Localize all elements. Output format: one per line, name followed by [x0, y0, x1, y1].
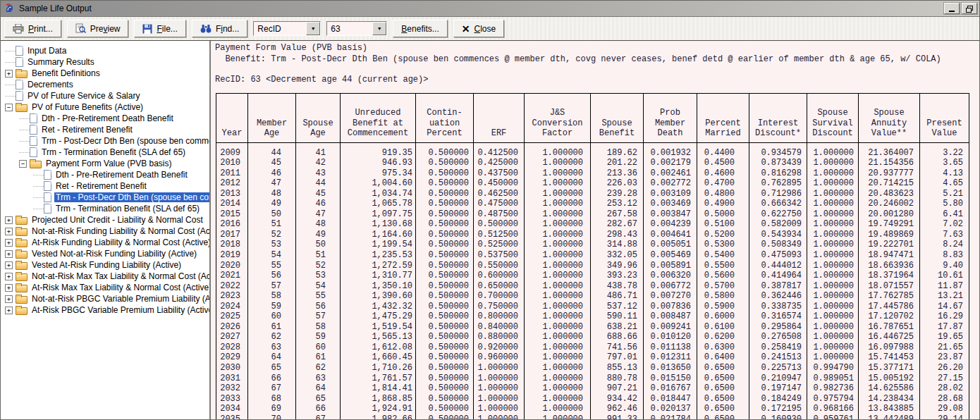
expand-icon[interactable]: +: [5, 70, 13, 78]
expand-icon[interactable]: +: [5, 261, 13, 269]
table-cell: 0.4600: [697, 168, 749, 179]
table-cell: 0.010120: [644, 332, 697, 342]
expand-icon[interactable]: +: [5, 284, 13, 292]
minimize-button[interactable]: [944, 3, 960, 14]
close-button[interactable]: ✕ Close: [453, 20, 504, 37]
expand-icon[interactable]: +: [5, 250, 13, 258]
chevron-down-icon[interactable]: ▼: [306, 22, 320, 35]
tree-item[interactable]: Input Data: [1, 45, 209, 56]
table-cell: 638.21: [591, 322, 644, 333]
tree-item[interactable]: Ret - Retirement Benefit: [1, 124, 209, 135]
table-cell: 13.21: [920, 291, 969, 302]
table-cell: 0.500000: [416, 383, 474, 394]
table-cell: 1.000000: [525, 158, 591, 168]
record-dropdown[interactable]: 63 ▼: [326, 21, 387, 36]
benefits-button[interactable]: Benefits...: [393, 20, 447, 37]
tree-item[interactable]: +Benefit Definitions: [1, 68, 209, 79]
chevron-down-icon[interactable]: ▼: [372, 22, 386, 35]
table-row: 203166631,761.570.5000001.0000001.000000…: [216, 373, 969, 384]
document-icon: [16, 57, 23, 67]
table-cell: 55: [296, 291, 341, 302]
table-cell: 1.000000: [525, 383, 591, 394]
table-cell: 13.442489: [859, 414, 920, 419]
tree-item[interactable]: +Not-at-Risk PBGC Variable Premium Liabi…: [1, 293, 209, 304]
preview-button[interactable]: Preview: [67, 20, 129, 37]
tree-item[interactable]: +At-Risk Funding Liability & Normal Cost…: [1, 237, 209, 248]
table-cell: 60: [296, 342, 341, 353]
table-cell: 0.500000: [416, 261, 474, 271]
tree-item[interactable]: PV of Future Service & Salary: [1, 90, 209, 101]
tree-item[interactable]: +At-Risk Max Tax Liability & Normal Cost…: [1, 282, 209, 293]
tree-item[interactable]: +Vested At-Risk Funding Liability (Activ…: [1, 259, 209, 271]
table-cell: 0.6500: [697, 373, 749, 384]
tree-item[interactable]: +Vested Not-at-Risk Funding Liability (A…: [1, 248, 209, 259]
collapse-icon[interactable]: −: [5, 104, 13, 111]
table-cell: 17.445786: [859, 302, 920, 312]
tree-item-label: At-Risk Funding Liability & Normal Cost …: [30, 237, 209, 247]
table-cell: 51: [248, 219, 296, 230]
table-cell: 934.42: [591, 394, 644, 404]
tree-item[interactable]: Trm - Post-Decr Dth Ben (spouse ben comm…: [1, 135, 209, 147]
tree-item[interactable]: Trm - Termination Benefit (SLA def 65): [1, 147, 209, 158]
table-cell: 1,519.54: [341, 322, 416, 333]
table-cell: 0.500000: [416, 352, 474, 363]
table-cell: 16.787651: [859, 322, 920, 333]
table-cell: 0.425000: [474, 158, 525, 168]
tree-item[interactable]: Summary Results: [1, 56, 209, 68]
record-dropdown-value: 63: [327, 22, 372, 35]
expand-icon[interactable]: +: [5, 239, 13, 247]
field-dropdown[interactable]: RecID ▼: [253, 21, 321, 36]
table-cell: 56: [296, 302, 341, 312]
tree-item[interactable]: Trm - Termination Benefit (SLA def 65): [1, 203, 209, 214]
folder-icon: [16, 70, 27, 78]
find-button[interactable]: Find...: [192, 20, 247, 37]
tree-item[interactable]: −PV of Future Benefits (Active): [1, 101, 209, 113]
tree-item[interactable]: Dth - Pre-Retirement Death Benefit: [1, 113, 209, 124]
table-cell: 23.87: [920, 352, 969, 363]
tree-item-label: Not-at-Risk Max Tax Liability & Normal C…: [30, 271, 209, 281]
expand-icon[interactable]: +: [5, 295, 13, 303]
expand-icon[interactable]: +: [5, 216, 13, 224]
table-cell: 2031: [216, 373, 248, 384]
table-cell: 0.258419: [749, 342, 807, 353]
collapse-icon[interactable]: −: [19, 160, 27, 168]
table-cell: 1,660.45: [341, 352, 416, 363]
expand-icon[interactable]: +: [5, 307, 13, 314]
tree-item[interactable]: Ret - Retirement Benefit: [1, 180, 209, 192]
tree-item[interactable]: Decrements: [1, 79, 209, 90]
table-cell: 2015: [216, 209, 248, 220]
table-cell: 1.000000: [807, 178, 859, 189]
tree-item[interactable]: Dth - Pre-Retirement Death Benefit: [1, 169, 209, 180]
column-header: Spouse Age: [296, 93, 341, 142]
tree-item[interactable]: +At-Risk PBGC Variable Premium Liability…: [1, 304, 209, 316]
table-cell: 797.01: [591, 352, 644, 363]
print-button[interactable]: Print...: [4, 20, 61, 37]
file-button[interactable]: File...: [134, 20, 185, 37]
table-cell: 0.6200: [697, 332, 749, 342]
table-cell: 64: [248, 352, 296, 363]
column-header: Prob Member Death: [644, 93, 697, 142]
tree-guide-line: [5, 62, 16, 63]
table-cell: 47: [248, 178, 296, 189]
tree-item[interactable]: +Not-at-Risk Funding Liability & Normal …: [1, 226, 209, 237]
table-cell: 2033: [216, 394, 248, 404]
table-row: 202358551,390.600.5000000.7000001.000000…: [216, 291, 969, 302]
table-cell: 67: [248, 383, 296, 394]
tree-item[interactable]: −Payment Form Value (PVB basis): [1, 158, 209, 169]
table-cell: 1.000000: [807, 158, 859, 168]
table-cell: 5.21: [920, 189, 969, 199]
tree-item[interactable]: +Projected Unit Credit - Liability & Nor…: [1, 214, 209, 226]
expand-icon[interactable]: +: [5, 228, 13, 235]
document-icon: [30, 147, 37, 157]
tree-item[interactable]: +Not-at-Risk Max Tax Liability & Normal …: [1, 271, 209, 282]
table-cell: 0.021784: [644, 414, 697, 419]
restore-button[interactable]: [962, 3, 977, 14]
table-cell: 0.840000: [474, 322, 525, 333]
table-cell: 0.500000: [416, 404, 474, 414]
table-cell: 880.78: [591, 373, 644, 384]
expand-icon[interactable]: +: [5, 273, 13, 280]
tree-item[interactable]: Trm - Post-Decr Dth Ben (spouse ben comm: [1, 192, 209, 203]
table-cell: 46: [248, 168, 296, 179]
table-cell: 0.004239: [644, 219, 697, 230]
table-cell: 44: [248, 142, 296, 158]
